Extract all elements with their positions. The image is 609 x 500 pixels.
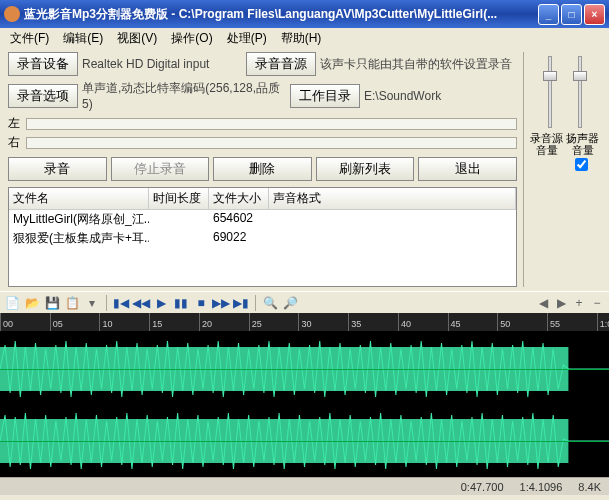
minimize-button[interactable]: _ [538,4,559,25]
open-icon[interactable]: 📂 [24,295,40,311]
dropdown-icon[interactable]: ▾ [84,295,100,311]
forward-icon[interactable]: ▶▶ [213,295,229,311]
work-dir-value: E:\SoundWork [364,89,441,103]
rec-device-button[interactable]: 录音设备 [8,52,78,76]
speaker-volume-checkbox[interactable] [575,158,588,171]
col-size[interactable]: 文件大小 [209,188,269,209]
rec-option-button[interactable]: 录音选项 [8,84,78,108]
zoom-out-icon[interactable]: 🔎 [282,295,298,311]
stop-record-button[interactable]: 停止录音 [111,157,210,181]
zoom-in-icon[interactable]: 🔍 [262,295,278,311]
maximize-button[interactable]: □ [561,4,582,25]
save-as-icon[interactable]: 📋 [64,295,80,311]
play-icon[interactable]: ▶ [153,295,169,311]
rec-source-volume-slider[interactable] [541,56,559,128]
exit-button[interactable]: 退出 [418,157,517,181]
window-title: 蓝光影音Mp3分割器免费版 - C:\Program Files\Languan… [24,6,538,23]
right-channel-label: 右 [8,134,22,151]
ruler-tick: 05 [50,313,63,331]
right-level-meter [26,137,517,149]
scroll-left-icon[interactable]: ◀ [535,295,551,311]
work-dir-button[interactable]: 工作目录 [290,84,360,108]
remove-icon[interactable]: − [589,295,605,311]
stop-icon[interactable]: ■ [193,295,209,311]
rec-source-hint: 该声卡只能由其自带的软件设置录音 [320,56,512,73]
rec-source-volume-label: 录音源音量 [530,132,564,156]
ruler-tick: 25 [249,313,262,331]
file-table: 文件名 时间长度 文件大小 声音格式 MyLittleGirl(网络原创_江..… [8,187,517,287]
table-row[interactable]: 狠狠爱(主板集成声卡+耳... 69022 [9,229,516,248]
ruler-tick: 50 [497,313,510,331]
menu-file[interactable]: 文件(F) [4,28,55,49]
save-icon[interactable]: 💾 [44,295,60,311]
scroll-right-icon[interactable]: ▶ [553,295,569,311]
speaker-volume-slider[interactable] [571,56,589,128]
time-ruler[interactable]: 0005101520253035404550551:00 [0,313,609,331]
ruler-tick: 35 [348,313,361,331]
add-icon[interactable]: + [571,295,587,311]
menu-edit[interactable]: 编辑(E) [57,28,109,49]
ruler-tick: 20 [199,313,212,331]
pause-icon[interactable]: ▮▮ [173,295,189,311]
col-filename[interactable]: 文件名 [9,188,149,209]
ruler-tick: 30 [298,313,311,331]
rec-source-button[interactable]: 录音音源 [246,52,316,76]
delete-button[interactable]: 删除 [213,157,312,181]
ruler-tick: 00 [0,313,13,331]
menu-process[interactable]: 处理(P) [221,28,273,49]
status-time2: 1:4.1096 [520,481,563,493]
col-format[interactable]: 声音格式 [269,188,516,209]
left-channel-label: 左 [8,115,22,132]
close-button[interactable]: × [584,4,605,25]
menubar: 文件(F) 编辑(E) 视图(V) 操作(O) 处理(P) 帮助(H) [0,28,609,48]
ruler-tick: 55 [547,313,560,331]
app-icon [4,6,20,22]
menu-operate[interactable]: 操作(O) [165,28,218,49]
ruler-tick: 10 [99,313,112,331]
record-button[interactable]: 录音 [8,157,107,181]
rewind-icon[interactable]: ◀◀ [133,295,149,311]
new-icon[interactable]: 📄 [4,295,20,311]
ruler-tick: 15 [149,313,162,331]
ruler-tick: 40 [398,313,411,331]
toolbar: 📄 📂 💾 📋 ▾ ▮◀ ◀◀ ▶ ▮▮ ■ ▶▶ ▶▮ 🔍 🔎 ◀ ▶ + − [0,291,609,313]
menu-view[interactable]: 视图(V) [111,28,163,49]
status-rate: 8.4K [578,481,601,493]
table-row[interactable]: MyLittleGirl(网络原创_江... 654602 [9,210,516,229]
menu-help[interactable]: 帮助(H) [275,28,328,49]
ruler-tick: 45 [448,313,461,331]
speaker-volume-label: 扬声器音量 [566,132,600,156]
waveform-view[interactable] [0,331,609,477]
rec-device-value: Realtek HD Digital input [82,57,242,71]
ruler-tick: 1:00 [597,313,609,331]
skip-back-icon[interactable]: ▮◀ [113,295,129,311]
col-duration[interactable]: 时间长度 [149,188,209,209]
refresh-button[interactable]: 刷新列表 [316,157,415,181]
left-level-meter [26,118,517,130]
statusbar: 0:47.700 1:4.1096 8.4K [0,477,609,495]
rec-option-value: 单声道,动态比特率编码(256,128,品质5) [82,80,286,111]
skip-forward-icon[interactable]: ▶▮ [233,295,249,311]
status-time1: 0:47.700 [461,481,504,493]
